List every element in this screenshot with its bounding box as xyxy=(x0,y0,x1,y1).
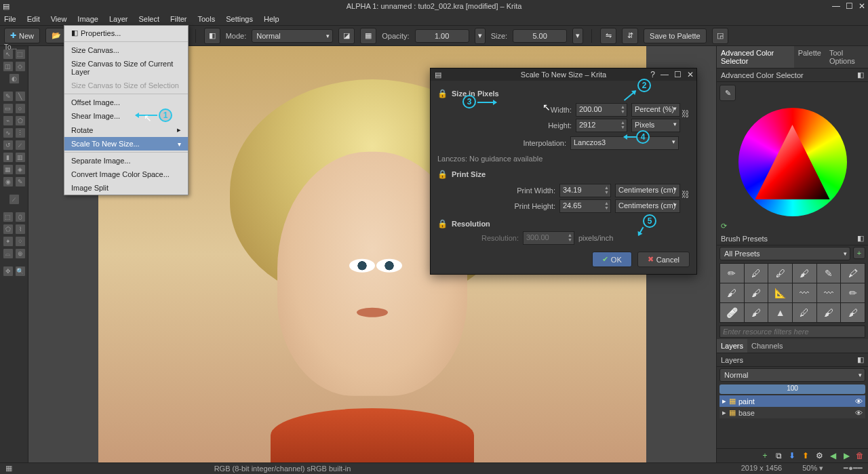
shape-tool[interactable]: ◇ xyxy=(15,61,26,72)
brush-preset[interactable]: 🖊 xyxy=(793,303,816,322)
refresh-icon[interactable]: ⟳ xyxy=(721,222,727,230)
link-icon[interactable]: ⛓ xyxy=(682,190,690,199)
brush-preset[interactable]: 🖌 xyxy=(745,283,768,302)
delete-layer-icon[interactable]: 🗑 xyxy=(854,450,865,461)
brush-preset[interactable]: 🖌 xyxy=(720,283,744,302)
opacity-field[interactable]: 1.00 xyxy=(415,29,469,43)
layer-row[interactable]: ▸▦paint👁 xyxy=(719,395,865,407)
mi-scale-to-new-size[interactable]: Scale To New Size...▾ xyxy=(64,137,188,151)
smart-fill-tool[interactable]: ◈ xyxy=(15,164,26,175)
move-up-icon[interactable]: ⬆ xyxy=(800,450,811,461)
select-similar-tool[interactable]: ⁘ xyxy=(15,236,26,247)
layers-float-icon[interactable]: ◧ xyxy=(857,355,864,364)
width-input[interactable]: 200.00▲▼ xyxy=(576,103,627,117)
menu-tools[interactable]: Tools xyxy=(198,15,216,23)
brush-preset[interactable]: 🖌 xyxy=(793,264,816,283)
save-palette-button[interactable]: Save to Palette xyxy=(644,28,707,43)
dialog-titlebar[interactable]: ▤ Scale To New Size – Krita ?—☐✕ xyxy=(431,68,696,81)
fill-tool[interactable]: ▮ xyxy=(3,152,14,163)
ok-button[interactable]: ✔OK xyxy=(592,252,632,267)
add-preset-icon[interactable]: + xyxy=(853,247,865,259)
measure-tool[interactable]: ⟋ xyxy=(15,140,26,151)
deform-tool[interactable]: ↺ xyxy=(3,140,14,151)
dialog-min-icon[interactable]: — xyxy=(660,70,669,79)
ellipse-tool[interactable]: ○ xyxy=(15,103,26,114)
lock-icon[interactable]: 🔒 xyxy=(437,219,448,229)
menu-image[interactable]: Image xyxy=(77,15,98,23)
crop-tool[interactable]: ◫ xyxy=(3,61,14,72)
sample-tool[interactable]: ✎ xyxy=(15,176,26,187)
print-height-unit-select[interactable]: Centimeters (cm) xyxy=(615,199,680,213)
dialog-max-icon[interactable]: ☐ xyxy=(674,70,682,79)
brush-preset[interactable]: 🖌 xyxy=(745,303,768,322)
close-icon[interactable]: ✕ xyxy=(859,1,865,11)
menu-view[interactable]: View xyxy=(51,15,67,23)
link-icon[interactable]: ⛓ xyxy=(682,109,690,119)
brush-float-icon[interactable]: ◧ xyxy=(857,234,864,243)
pan-tool[interactable]: ✥ xyxy=(3,266,14,277)
brush-preset[interactable]: 🩹 xyxy=(720,303,744,322)
cancel-button[interactable]: ✖Cancel xyxy=(637,252,690,267)
line-tool[interactable]: ╲ xyxy=(15,91,26,102)
prev-icon[interactable]: ◀ xyxy=(827,450,838,461)
tab-channels[interactable]: Channels xyxy=(747,339,787,353)
print-width-unit-select[interactable]: Centimeters (cm) xyxy=(615,184,680,197)
select-poly-tool[interactable]: ⬠ xyxy=(3,224,14,235)
brush-preset[interactable]: 🖍 xyxy=(841,264,865,283)
rect-tool[interactable]: ▭ xyxy=(3,103,14,114)
menu-select[interactable]: Select xyxy=(138,15,159,23)
acs-settings-icon[interactable]: ✎ xyxy=(719,85,736,101)
tab-layers[interactable]: Layers xyxy=(717,339,747,353)
menu-edit[interactable]: Edit xyxy=(27,15,40,23)
zoom-tool[interactable]: 🔍 xyxy=(15,266,26,277)
mirror-h-icon[interactable]: ⇋ xyxy=(600,28,616,44)
print-height-input[interactable]: 24.65▲▼ xyxy=(559,199,611,213)
next-icon[interactable]: ▶ xyxy=(841,450,852,461)
mi-properties[interactable]: ◧Properties... xyxy=(64,26,188,40)
acs-float-icon[interactable]: ◧ xyxy=(857,71,864,79)
brush-preset[interactable]: 🖌 xyxy=(841,303,865,322)
mi-separate-image[interactable]: Separate Image... xyxy=(64,154,188,167)
menu-file[interactable]: File xyxy=(4,15,16,23)
brush-preset[interactable]: ✏ xyxy=(841,283,865,302)
select-bezier-tool[interactable]: ⌓ xyxy=(3,248,14,259)
dialog-help-icon[interactable]: ? xyxy=(650,70,655,79)
dialog-menu-icon[interactable]: ▤ xyxy=(435,71,441,79)
tab-acs[interactable]: Advanced Color Selector xyxy=(717,46,794,68)
alpha-lock-icon[interactable]: ▦ xyxy=(360,28,376,44)
color-picker-tool[interactable]: ◐ xyxy=(9,73,20,84)
height-input[interactable]: 2912▲▼ xyxy=(576,119,627,132)
mi-size-canvas[interactable]: Size Canvas... xyxy=(64,43,188,57)
mi-image-split[interactable]: Image Split xyxy=(64,181,188,195)
brush-preset[interactable]: ✏ xyxy=(720,264,744,283)
print-width-input[interactable]: 34.19▲▼ xyxy=(559,184,611,197)
polyline-tool[interactable]: ⌁ xyxy=(3,115,14,126)
workspace-icon[interactable]: ◲ xyxy=(712,28,728,44)
lock-icon[interactable]: 🔒 xyxy=(437,89,448,98)
new-button[interactable]: ✚New xyxy=(4,28,40,43)
width-unit-select[interactable]: Percent (%) xyxy=(631,103,680,117)
mirror-v-icon[interactable]: ⇵ xyxy=(622,28,638,44)
mi-offset-image[interactable]: Offset Image... xyxy=(64,96,188,109)
menu-layer[interactable]: Layer xyxy=(109,15,128,23)
duplicate-layer-icon[interactable]: ⧉ xyxy=(773,450,784,461)
brush-preset[interactable]: 🖋 xyxy=(768,264,792,283)
preset-filter-input[interactable] xyxy=(719,325,865,338)
gradient-tool[interactable]: ▥ xyxy=(15,152,26,163)
pattern-tool[interactable]: ▦ xyxy=(3,164,14,175)
tab-palette[interactable]: Palette xyxy=(794,46,825,68)
mi-rotate[interactable]: Rotate▸ xyxy=(64,123,188,137)
maximize-icon[interactable]: ☐ xyxy=(846,1,853,11)
brush-preset[interactable]: 〰 xyxy=(793,283,816,302)
brush-preset[interactable]: 🖌 xyxy=(817,303,841,322)
polygon-tool[interactable]: ⬠ xyxy=(15,115,26,126)
height-unit-select[interactable]: Pixels xyxy=(631,119,680,132)
opacity-arrow-icon[interactable]: ▾ xyxy=(475,28,486,44)
swatch-icon[interactable]: ▦ xyxy=(5,464,12,473)
path-tool[interactable]: ⟋ xyxy=(9,194,20,205)
brush-preset[interactable]: 🖊 xyxy=(745,264,768,283)
select-outline-tool[interactable]: ⬯ xyxy=(15,212,26,222)
eraser-icon[interactable]: ◪ xyxy=(338,28,355,44)
props-icon[interactable]: ⚙ xyxy=(814,450,825,461)
preset-category-select[interactable]: All Presets xyxy=(719,247,850,260)
